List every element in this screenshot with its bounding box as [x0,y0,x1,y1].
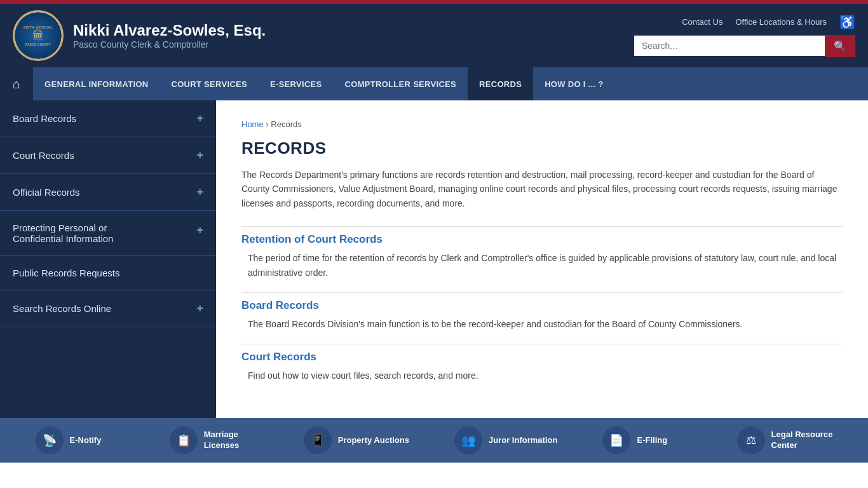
sidebar-expand-board-records-icon: + [196,112,203,125]
e-notify-label: E-Notify [70,435,102,446]
e-filing-label: E-Filing [637,435,667,446]
sidebar-item-board-records[interactable]: Board Records + [0,100,216,137]
legal-resource-center-label: Legal Resource Center [771,430,833,451]
sidebar-item-court-records[interactable]: Court Records + [0,137,216,174]
property-auctions-icon: 📱 [304,426,332,454]
sidebar-label-official-records: Official Records [13,187,80,198]
site-name: Nikki Alvarez-Sowles, Esq. [73,22,266,39]
footer-item-e-filing[interactable]: 📄 E-Filing [602,426,691,454]
nav-item-how-do-i[interactable]: HOW DO I ... ? [533,67,614,100]
sidebar-expand-official-records-icon: + [196,186,203,199]
nav-item-general-information[interactable]: GENERAL INFORMATION [33,67,159,100]
nav-home-button[interactable]: ⌂ [0,67,33,100]
sidebar-item-search-records-online[interactable]: Search Records Online + [0,290,216,327]
header-links: Contact Us Office Locations & Hours ♿ [682,15,855,30]
sidebar-expand-search-records-online-icon: + [196,302,203,315]
content-area: Home › Records RECORDS The Records Depar… [216,100,868,418]
sidebar-label-court-records: Court Records [13,150,74,161]
header-title: Nikki Alvarez-Sowles, Esq. Pasco County … [73,22,266,50]
footer-item-marriage-licenses[interactable]: 📋 Marriage Licenses [170,426,259,454]
sidebar: Board Records + Court Records + Official… [0,100,216,418]
juror-information-icon: 👥 [454,426,482,454]
logo-inner: SIXTH JUDICIAL 🏛 PASCO COUNTY [15,12,62,59]
marriage-licenses-label: Marriage Licenses [204,430,240,451]
footer-item-legal-resource-center[interactable]: ⚖ Legal Resource Center [737,426,833,454]
juror-information-label: Juror Information [489,435,557,446]
e-filing-icon: 📄 [602,426,630,454]
intro-text: The Records Department's primary functio… [241,168,843,210]
nav-item-comptroller-services[interactable]: COMPTROLLER SERVICES [334,67,468,100]
logo-building-icon: 🏛 [32,29,44,43]
divider-3 [241,344,843,344]
main-area: Board Records + Court Records + Official… [0,100,868,418]
nav-item-e-services[interactable]: E-SERVICES [259,67,334,100]
header: SIXTH JUDICIAL 🏛 PASCO COUNTY Nikki Alva… [0,4,868,67]
sidebar-expand-protecting-personal-icon: + [196,224,203,237]
sidebar-label-board-records: Board Records [13,113,76,124]
accessibility-icon: ♿ [839,15,855,30]
nav-item-records[interactable]: RECORDS [468,67,533,100]
logo-text-bottom: PASCO COUNTY [25,43,51,46]
footer-item-juror-information[interactable]: 👥 Juror Information [454,426,557,454]
office-locations-link[interactable]: Office Locations & Hours [735,17,827,27]
page-title: RECORDS [241,139,843,158]
search-input[interactable] [634,36,825,56]
section-heading-board-records: Board Records [241,299,843,312]
divider-1 [241,226,843,227]
search-button[interactable]: 🔍 [825,35,855,57]
sidebar-label-search-records-online: Search Records Online [13,303,111,314]
breadcrumb-separator: › [266,119,268,129]
header-left: SIXTH JUDICIAL 🏛 PASCO COUNTY Nikki Alva… [13,10,266,61]
search-bar: 🔍 [634,35,855,57]
sidebar-label-protecting-personal: Protecting Personal or Confidential Info… [13,222,113,244]
sidebar-label-public-records-requests: Public Records Requests [13,268,119,278]
property-auctions-label: Property Auctions [338,435,409,446]
section-heading-court-records: Court Records [241,351,843,363]
footer-bar: 📡 E-Notify 📋 Marriage Licenses 📱 Propert… [0,418,868,463]
marriage-licenses-icon: 📋 [170,426,198,454]
contact-us-link[interactable]: Contact Us [682,17,722,27]
sidebar-item-public-records-requests[interactable]: Public Records Requests [0,256,216,290]
sidebar-item-official-records[interactable]: Official Records + [0,174,216,211]
header-right: Contact Us Office Locations & Hours ♿ 🔍 [634,15,855,57]
breadcrumb-current: Records [271,119,301,129]
nav-bar: ⌂ GENERAL INFORMATION COURT SERVICES E-S… [0,67,868,100]
sidebar-expand-court-records-icon: + [196,149,203,162]
nav-item-court-services[interactable]: COURT SERVICES [159,67,259,100]
footer-item-property-auctions[interactable]: 📱 Property Auctions [304,426,409,454]
section-text-court-records: Find out how to view court files, search… [241,369,843,383]
e-notify-icon: 📡 [36,426,64,454]
section-heading-retention: Retention of Court Records [241,233,843,246]
section-text-retention: The period of time for the retention of … [241,251,843,280]
site-subtitle: Pasco County Clerk & Comptroller [73,39,266,50]
sidebar-item-protecting-personal[interactable]: Protecting Personal or Confidential Info… [0,211,216,256]
section-text-board-records: The Board Records Division's main functi… [241,317,843,331]
breadcrumb: Home › Records [241,119,843,129]
divider-2 [241,292,843,293]
footer-item-e-notify[interactable]: 📡 E-Notify [36,426,125,454]
logo: SIXTH JUDICIAL 🏛 PASCO COUNTY [13,10,64,61]
legal-resource-center-icon: ⚖ [737,426,765,454]
breadcrumb-home-link[interactable]: Home [241,119,264,129]
